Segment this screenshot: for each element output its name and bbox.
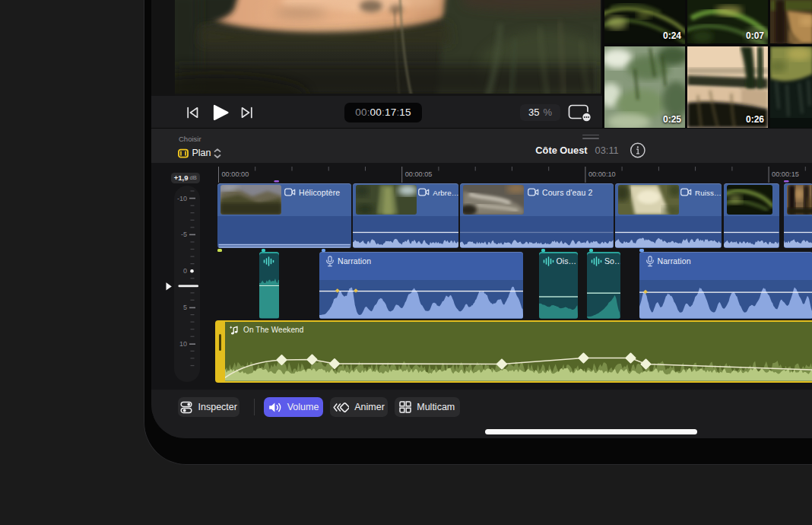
svg-text:-10: -10: [177, 195, 187, 202]
svg-text:00:00:05: 00:00:05: [405, 170, 433, 178]
svg-text:00:00:00: 00:00:00: [222, 170, 249, 178]
svg-text:00:00:10: 00:00:10: [588, 170, 616, 178]
svg-text:5: 5: [183, 304, 187, 311]
svg-text:0: 0: [183, 267, 187, 275]
svg-text:00:00:15: 00:00:15: [772, 170, 799, 178]
svg-text:10: 10: [179, 340, 187, 348]
svg-text:-5: -5: [181, 231, 187, 238]
